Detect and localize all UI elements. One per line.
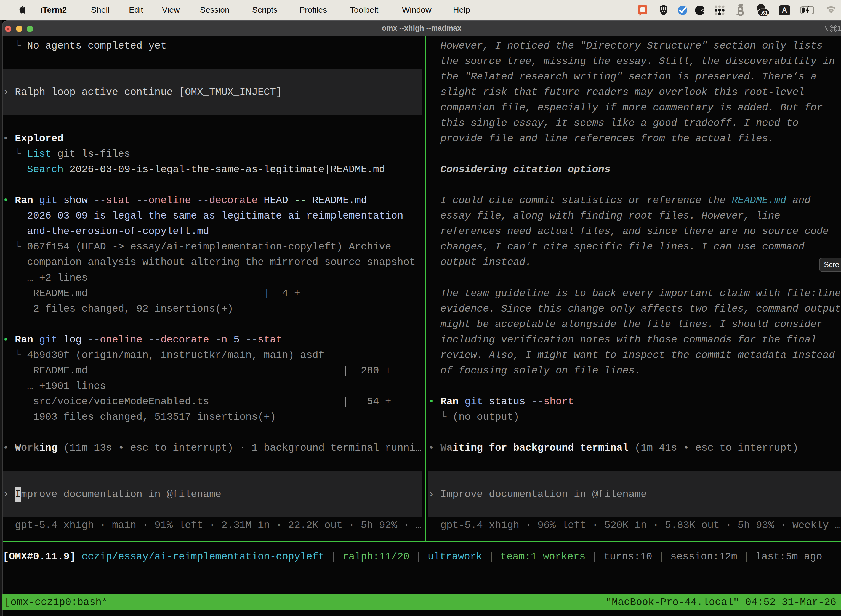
svg-text:..61: ..61 — [759, 10, 768, 16]
